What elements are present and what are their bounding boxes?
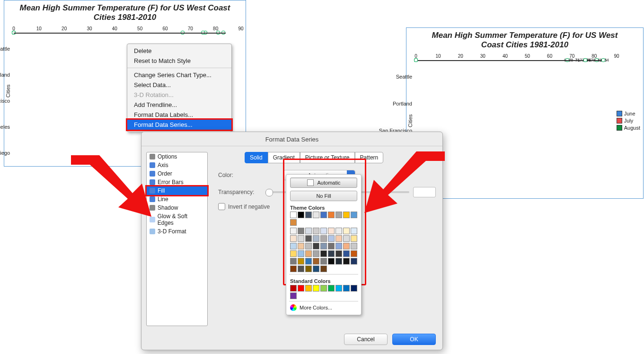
bar[interactable] — [416, 60, 585, 61]
context-menu[interactable]: DeleteReset to Match StyleChange Series … — [127, 44, 232, 132]
invert-checkbox[interactable] — [218, 203, 225, 210]
menu-item[interactable]: Add Trendline... — [127, 100, 231, 110]
color-swatch[interactable] — [328, 250, 335, 257]
color-swatch[interactable] — [320, 212, 327, 218]
color-swatch[interactable] — [335, 285, 342, 292]
color-swatch[interactable] — [343, 228, 350, 234]
sidebar-item[interactable]: 3-D Format — [147, 227, 207, 236]
color-swatch[interactable] — [290, 243, 297, 249]
menu-item[interactable]: Format Data Series... — [126, 118, 233, 131]
color-swatch[interactable] — [298, 243, 304, 249]
color-swatch[interactable] — [343, 235, 350, 242]
sidebar-item[interactable]: Options — [147, 152, 207, 161]
color-swatch[interactable] — [313, 285, 319, 292]
color-swatch[interactable] — [351, 235, 357, 242]
fill-tab[interactable]: Picture or Texture — [300, 152, 355, 163]
color-swatch[interactable] — [328, 285, 335, 292]
color-swatch[interactable] — [298, 285, 304, 292]
fill-tab[interactable]: Gradient — [268, 152, 300, 163]
color-swatch[interactable] — [343, 285, 350, 292]
color-swatch[interactable] — [298, 212, 304, 218]
ok-button[interactable]: OK — [392, 334, 436, 345]
color-swatch[interactable] — [305, 285, 312, 292]
color-swatch[interactable] — [313, 266, 319, 272]
color-swatch[interactable] — [305, 258, 312, 265]
color-swatch[interactable] — [313, 243, 319, 249]
color-swatch[interactable] — [335, 235, 342, 242]
no-fill-button[interactable]: No Fill — [290, 191, 357, 201]
color-swatch[interactable] — [290, 228, 297, 234]
color-swatch[interactable] — [313, 228, 319, 234]
color-swatch[interactable] — [320, 228, 327, 234]
color-swatch[interactable] — [335, 243, 342, 249]
color-swatch[interactable] — [335, 250, 342, 257]
color-swatch[interactable] — [313, 212, 319, 218]
color-swatch[interactable] — [305, 250, 312, 257]
legend-item[interactable]: July — [617, 118, 640, 124]
menu-item[interactable]: Reset to Match Style — [127, 56, 231, 66]
color-swatch[interactable] — [320, 258, 327, 265]
color-swatch[interactable] — [305, 266, 312, 272]
color-swatch[interactable] — [351, 228, 357, 234]
bar[interactable] — [14, 33, 205, 34]
menu-item[interactable]: Change Series Chart Type... — [127, 70, 231, 80]
color-swatch[interactable] — [328, 258, 335, 265]
color-swatch[interactable] — [335, 228, 342, 234]
color-swatch[interactable] — [343, 250, 350, 257]
color-swatch[interactable] — [320, 243, 327, 249]
color-swatch[interactable] — [305, 243, 312, 249]
color-swatch[interactable] — [298, 228, 304, 234]
color-swatch[interactable] — [320, 285, 327, 292]
color-swatch[interactable] — [351, 285, 357, 292]
fill-tab[interactable]: Solid — [245, 152, 268, 163]
color-swatch[interactable] — [298, 266, 304, 272]
sidebar-item[interactable]: Glow & Soft Edges — [147, 212, 207, 227]
color-swatch[interactable] — [328, 243, 335, 249]
color-swatch[interactable] — [290, 212, 297, 218]
color-swatch[interactable] — [351, 243, 357, 249]
menu-item[interactable]: Select Data... — [127, 80, 231, 90]
menu-item[interactable]: Delete — [127, 46, 231, 56]
color-swatch[interactable] — [305, 228, 312, 234]
sidebar-item[interactable]: Line — [147, 195, 207, 204]
color-swatch[interactable] — [351, 250, 357, 257]
color-swatch[interactable] — [290, 219, 297, 226]
color-swatch[interactable] — [305, 212, 312, 218]
color-swatch[interactable] — [351, 212, 357, 218]
color-swatch[interactable] — [290, 258, 297, 265]
more-colors-button[interactable]: More Colors... — [286, 303, 361, 312]
sidebar-item[interactable]: Shadow — [147, 204, 207, 212]
color-swatch[interactable] — [343, 243, 350, 249]
color-swatch[interactable] — [313, 250, 319, 257]
color-swatch[interactable] — [328, 235, 335, 242]
color-swatch[interactable] — [343, 258, 350, 265]
automatic-color-button[interactable]: Automatic — [290, 177, 357, 188]
dialog-sidebar[interactable]: OptionsAxisOrderError BarsFillLineShadow… — [146, 152, 208, 326]
color-swatch[interactable] — [298, 235, 304, 242]
color-picker-popup[interactable]: Automatic No Fill Theme Colors Standard … — [286, 174, 362, 315]
color-swatch[interactable] — [328, 228, 335, 234]
color-swatch[interactable] — [290, 250, 297, 257]
sidebar-item[interactable]: Axis — [147, 161, 207, 169]
color-swatch[interactable] — [313, 235, 319, 242]
color-swatch[interactable] — [320, 235, 327, 242]
color-swatch[interactable] — [328, 212, 335, 218]
color-swatch[interactable] — [320, 250, 327, 257]
color-swatch[interactable] — [290, 292, 297, 299]
sidebar-item[interactable]: Order — [147, 169, 207, 178]
legend-item[interactable]: June — [617, 111, 640, 116]
color-swatch[interactable] — [290, 266, 297, 272]
color-swatch[interactable] — [290, 235, 297, 242]
color-swatch[interactable] — [335, 258, 342, 265]
color-swatch[interactable] — [305, 235, 312, 242]
color-swatch[interactable] — [290, 285, 297, 292]
color-swatch[interactable] — [320, 266, 327, 272]
color-swatch[interactable] — [335, 212, 342, 218]
color-swatch[interactable] — [313, 258, 319, 265]
color-swatch[interactable] — [343, 212, 350, 218]
color-swatch[interactable] — [298, 258, 304, 265]
cancel-button[interactable]: Cancel — [344, 334, 388, 345]
color-swatch[interactable] — [298, 250, 304, 257]
color-swatch[interactable] — [351, 258, 357, 265]
legend-item[interactable]: August — [617, 125, 640, 131]
